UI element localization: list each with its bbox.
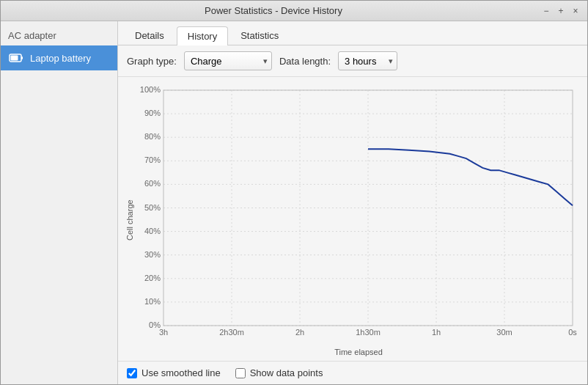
content-area: AC adapter Laptop battery Details: [1, 21, 587, 384]
data-length-wrapper: 1 hour 2 hours 3 hours 6 hours 12 hours …: [338, 51, 397, 70]
chart-canvas: [136, 83, 581, 346]
tab-bar: Details History Statistics: [118, 21, 587, 45]
svg-rect-1: [21, 56, 23, 59]
svg-rect-2: [11, 56, 18, 61]
graph-container: Cell charge Time elapsed: [124, 83, 581, 358]
show-data-points-label: Show data points: [250, 367, 323, 378]
window-controls: − + ×: [540, 5, 581, 17]
graph-type-wrapper: Charge Time remaining Rate: [184, 51, 272, 70]
maximize-button[interactable]: +: [555, 5, 567, 17]
show-data-points-checkbox-label[interactable]: Show data points: [235, 367, 323, 378]
toolbar: Graph type: Charge Time remaining Rate D…: [118, 45, 587, 77]
graph-type-label: Graph type:: [127, 56, 177, 67]
main-window: Power Statistics - Device History − + × …: [0, 0, 588, 385]
footer: Use smoothed line Show data points: [118, 361, 587, 384]
window-title: Power Statistics - Device History: [7, 5, 540, 16]
smoothed-line-checkbox[interactable]: [127, 368, 137, 378]
sidebar-item-laptop-battery[interactable]: Laptop battery: [1, 45, 117, 70]
sidebar-item-label: Laptop battery: [30, 53, 91, 64]
data-length-select[interactable]: 1 hour 2 hours 3 hours 6 hours 12 hours …: [338, 51, 397, 70]
smoothed-line-label: Use smoothed line: [142, 367, 221, 378]
main-panel: Details History Statistics Graph type: C…: [118, 21, 587, 384]
smoothed-line-checkbox-label[interactable]: Use smoothed line: [127, 367, 221, 378]
close-button[interactable]: ×: [570, 5, 581, 17]
graph-type-select[interactable]: Charge Time remaining Rate: [184, 51, 272, 70]
tab-statistics[interactable]: Statistics: [229, 26, 290, 45]
battery-icon: [8, 50, 24, 66]
tab-history[interactable]: History: [177, 26, 228, 45]
chart-wrapper: Time elapsed: [136, 83, 581, 358]
minimize-button[interactable]: −: [540, 5, 552, 17]
sidebar: AC adapter Laptop battery: [1, 21, 118, 384]
titlebar: Power Statistics - Device History − + ×: [1, 1, 587, 21]
show-data-points-checkbox[interactable]: [235, 368, 246, 378]
ac-adapter-label: AC adapter: [1, 26, 117, 45]
x-axis-label: Time elapsed: [136, 346, 581, 358]
y-axis-label: Cell charge: [124, 83, 136, 358]
tab-details[interactable]: Details: [124, 26, 175, 45]
graph-area: Cell charge Time elapsed: [118, 77, 587, 361]
chart-inner: [136, 83, 581, 346]
data-length-label: Data length:: [279, 56, 331, 67]
